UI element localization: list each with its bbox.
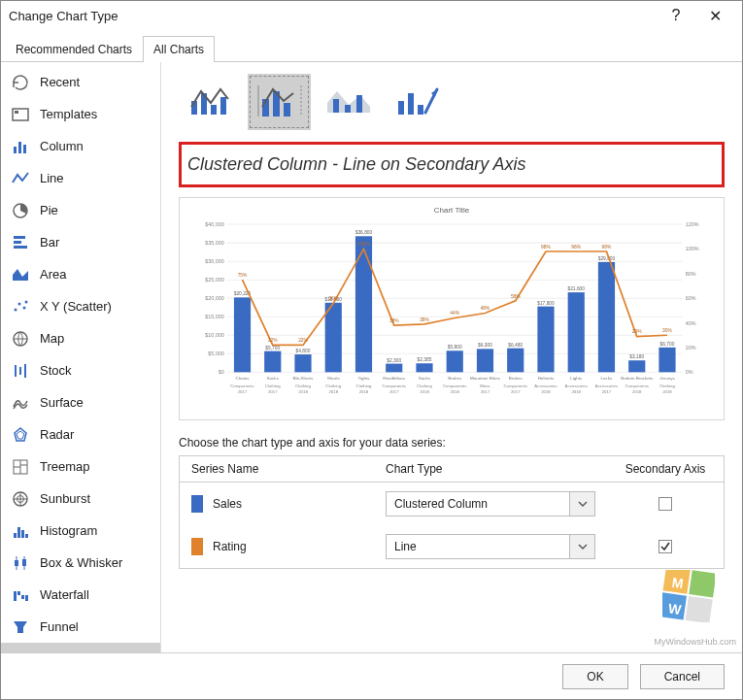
sidebar-item-xy[interactable]: X Y (Scatter) — [1, 290, 160, 322]
svg-text:29%: 29% — [632, 330, 643, 335]
subtype-clustered-column-line-secondary[interactable] — [248, 74, 311, 130]
col-series-name: Series Name — [180, 456, 374, 482]
series-type-select[interactable]: Line — [386, 534, 595, 559]
surface-icon — [11, 393, 30, 413]
sidebar-item-stock[interactable]: Stock — [1, 354, 160, 386]
svg-text:$6,300: $6,300 — [478, 343, 492, 348]
sidebar-item-combo[interactable]: Combo — [1, 643, 160, 652]
close-button[interactable]: ✕ — [695, 1, 734, 30]
sidebar-item-bar[interactable]: Bar — [1, 226, 160, 258]
sidebar-item-label: Funnel — [40, 619, 79, 634]
ok-button[interactable]: OK — [562, 664, 627, 689]
sidebar-item-line[interactable]: Line — [1, 162, 160, 194]
recent-icon — [11, 73, 30, 92]
secondary-axis-checkbox[interactable] — [659, 540, 672, 553]
sidebar-item-boxwhisker[interactable]: Box & Whisker — [1, 547, 160, 579]
svg-text:Socks: Socks — [419, 377, 431, 382]
sidebar-item-waterfall[interactable]: Waterfall — [1, 579, 160, 611]
series-swatch — [191, 538, 203, 555]
svg-text:2017: 2017 — [389, 389, 399, 394]
svg-text:$0: $0 — [219, 370, 224, 376]
svg-text:$2,300: $2,300 — [387, 358, 401, 363]
svg-text:Clothing: Clothing — [265, 383, 282, 388]
sidebar-item-label: Map — [40, 331, 64, 346]
series-name-label: Sales — [213, 497, 242, 511]
sidebar-item-column[interactable]: Column — [1, 130, 160, 162]
secondary-axis-checkbox[interactable] — [659, 497, 672, 511]
cancel-button[interactable]: Cancel — [640, 664, 725, 689]
svg-text:$17,800: $17,800 — [537, 301, 555, 306]
combo-subtype-row — [179, 74, 725, 130]
sidebar-item-area[interactable]: Area — [1, 258, 160, 290]
svg-rect-107 — [537, 307, 554, 373]
svg-text:$6,700: $6,700 — [660, 342, 675, 347]
svg-text:2017: 2017 — [481, 389, 490, 394]
svg-text:$5,700: $5,700 — [265, 346, 280, 350]
sidebar-item-templates[interactable]: Templates — [1, 98, 160, 130]
svg-text:Bib-Shorts: Bib-Shorts — [292, 377, 314, 382]
svg-rect-91 — [294, 354, 311, 372]
svg-rect-35 — [22, 559, 26, 566]
svg-rect-58 — [408, 93, 414, 115]
svg-text:48%: 48% — [481, 307, 491, 312]
histogram-icon — [11, 521, 30, 541]
boxwhisker-icon — [11, 553, 30, 573]
svg-rect-54 — [333, 99, 339, 113]
sidebar-item-sunburst[interactable]: Sunburst — [1, 483, 160, 515]
sidebar-item-label: Bar — [40, 235, 59, 250]
svg-text:98%: 98% — [571, 245, 582, 250]
svg-text:Accessories: Accessories — [565, 383, 588, 388]
svg-text:$15,000: $15,000 — [205, 314, 224, 319]
svg-text:2018: 2018 — [662, 389, 672, 394]
sidebar-item-radar[interactable]: Radar — [1, 418, 160, 450]
map-icon — [11, 329, 30, 349]
sidebar-item-funnel[interactable]: Funnel — [1, 611, 160, 643]
svg-text:$4,800: $4,800 — [296, 349, 311, 353]
svg-marker-9 — [13, 269, 28, 281]
tab-all-charts[interactable]: All Charts — [143, 36, 215, 62]
svg-rect-31 — [25, 534, 28, 538]
svg-text:2017: 2017 — [238, 389, 248, 394]
svg-text:Clothing: Clothing — [659, 383, 676, 388]
sidebar-item-pie[interactable]: Pie — [1, 194, 160, 226]
svg-text:$40,000: $40,000 — [205, 221, 224, 227]
help-button[interactable]: ? — [657, 1, 695, 30]
svg-text:Components: Components — [503, 383, 526, 388]
svg-text:Brakes: Brakes — [509, 377, 523, 382]
sidebar-item-surface[interactable]: Surface — [1, 386, 160, 418]
series-row: Sales Clustered Column — [180, 483, 724, 525]
tab-recommended[interactable]: Recommended Charts — [5, 36, 143, 62]
column-icon — [11, 137, 30, 156]
sidebar-item-label: Sunburst — [40, 491, 90, 506]
svg-text:2017: 2017 — [511, 389, 521, 394]
svg-rect-59 — [418, 105, 423, 115]
sunburst-icon — [11, 489, 30, 509]
svg-text:98%: 98% — [541, 245, 552, 250]
subtype-custom-combo[interactable] — [386, 74, 449, 130]
svg-text:Tights: Tights — [357, 377, 370, 382]
sidebar-item-recent[interactable]: Recent — [1, 66, 160, 98]
subtype-stacked-area-column[interactable] — [317, 74, 380, 130]
chart-preview[interactable]: Chart Title $0$5,000$10,000$15,000$20,00… — [179, 197, 725, 420]
series-type-select[interactable]: Clustered Column — [386, 491, 595, 517]
sidebar-item-label: Treemap — [40, 459, 90, 474]
svg-text:$29,800: $29,800 — [598, 256, 616, 261]
sidebar-item-map[interactable]: Map — [1, 322, 160, 354]
svg-rect-180 — [686, 596, 713, 622]
svg-text:$35,000: $35,000 — [205, 240, 224, 246]
sidebar-item-treemap[interactable]: Treemap — [1, 450, 160, 483]
svg-text:38%: 38% — [389, 318, 400, 323]
svg-text:Brakes: Brakes — [448, 377, 462, 382]
sidebar-item-histogram[interactable]: Histogram — [1, 515, 160, 547]
svg-rect-8 — [14, 246, 27, 249]
svg-text:W: W — [667, 600, 683, 617]
svg-text:22%: 22% — [298, 339, 309, 344]
subtype-clustered-column-line[interactable] — [179, 74, 242, 130]
svg-rect-113 — [628, 360, 645, 372]
titlebar: Change Chart Type ? ✕ — [1, 1, 742, 30]
svg-rect-55 — [345, 105, 351, 113]
svg-rect-36 — [14, 591, 17, 601]
svg-text:2018: 2018 — [328, 389, 338, 394]
svg-rect-89 — [264, 351, 281, 373]
svg-text:$5,800: $5,800 — [448, 345, 462, 350]
